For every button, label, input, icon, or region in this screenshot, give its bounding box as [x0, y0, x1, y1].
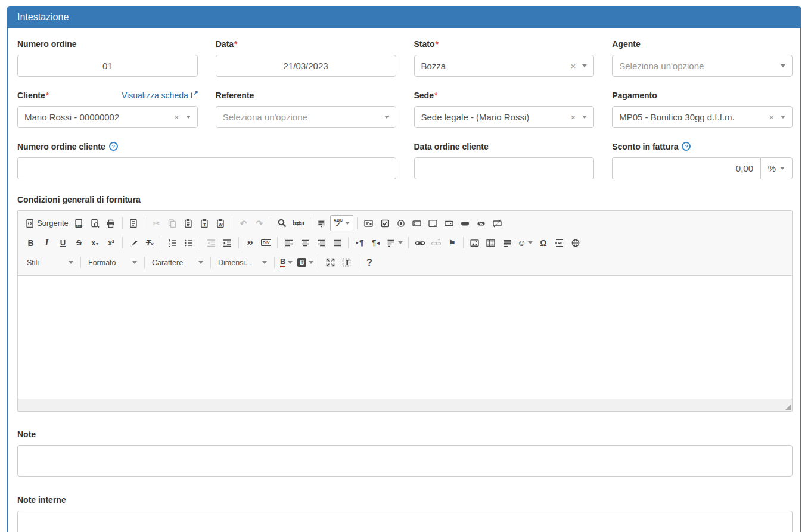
cliente-clear-icon[interactable]: ×: [170, 112, 186, 122]
help-icon[interactable]: ?: [109, 142, 118, 151]
smiley-button[interactable]: ☺: [515, 235, 534, 250]
data-input[interactable]: [216, 55, 396, 77]
source-button[interactable]: Sorgente: [23, 216, 70, 231]
checkbox-button[interactable]: [377, 216, 392, 231]
image-button[interactable]: [467, 235, 482, 250]
paste-button[interactable]: [181, 216, 196, 231]
image-button-button[interactable]: [474, 216, 489, 231]
condizioni-label: Condizioni generali di fornitura: [17, 195, 141, 204]
visualizza-scheda-link[interactable]: Visualizza scheda↗: [122, 91, 198, 100]
data-ordine-cliente-input[interactable]: [414, 157, 595, 179]
copy-formatting-button[interactable]: [126, 235, 141, 250]
print-button[interactable]: [104, 216, 119, 231]
numbered-list-button[interactable]: [165, 235, 180, 250]
select-field-button[interactable]: [442, 216, 456, 231]
numero-ordine-cliente-input[interactable]: [17, 157, 396, 179]
font-combo[interactable]: Carattere: [148, 255, 207, 270]
form-button[interactable]: [361, 216, 376, 231]
maximize-button[interactable]: [323, 255, 338, 270]
anchor-button[interactable]: ⚑: [445, 235, 459, 250]
text-direction-rtl-button[interactable]: ¶◂: [368, 235, 383, 250]
maximize-icon: [325, 257, 335, 267]
page-break-button[interactable]: [552, 235, 567, 250]
replace-button[interactable]: b⇄a: [291, 216, 306, 231]
div-container-button[interactable]: DIV: [259, 235, 274, 250]
numero-ordine-input[interactable]: [17, 55, 198, 77]
superscript-icon: x²: [108, 239, 114, 247]
about-button[interactable]: ?: [362, 255, 377, 270]
align-right-button[interactable]: [313, 235, 328, 250]
agente-select[interactable]: Seleziona un'opzione: [612, 55, 793, 77]
link-button[interactable]: [412, 235, 427, 250]
background-color-button[interactable]: B: [296, 255, 315, 270]
textarea-button[interactable]: [425, 216, 440, 231]
find-button[interactable]: [275, 216, 290, 231]
sede-select[interactable]: Sede legale - (Mario Rossi) ×: [414, 106, 595, 128]
sconto-input[interactable]: [612, 157, 760, 179]
text-field-button[interactable]: [409, 216, 424, 231]
omega-icon: Ω: [540, 239, 546, 247]
radio-button-button[interactable]: [393, 216, 408, 231]
select-all-button[interactable]: [314, 216, 329, 231]
subscript-button[interactable]: x₂: [88, 235, 102, 250]
align-center-button[interactable]: [297, 235, 312, 250]
text-color-button[interactable]: B: [278, 255, 294, 270]
show-blocks-button[interactable]: [339, 255, 354, 270]
cliente-select[interactable]: Mario Rossi - 00000002 ×: [17, 106, 198, 128]
bold-button[interactable]: B: [23, 235, 38, 250]
superscript-button[interactable]: x²: [104, 235, 119, 250]
special-character-button[interactable]: Ω: [536, 235, 551, 250]
horizontal-rule-button[interactable]: [499, 235, 514, 250]
chevron-down-icon: [528, 241, 533, 244]
paste-icon: [184, 219, 193, 228]
note-interne-textarea[interactable]: [17, 511, 793, 532]
numero-ordine-label: Numero ordine: [17, 39, 77, 49]
external-link-icon: ↗: [191, 92, 198, 98]
table-icon: [486, 238, 496, 248]
editor-resize-handle[interactable]: [785, 405, 791, 410]
note-textarea[interactable]: [17, 445, 793, 477]
increase-indent-button[interactable]: [220, 235, 235, 250]
field-note-interne: Note interne: [17, 494, 793, 532]
chevron-down-icon: [582, 116, 587, 119]
export-pdf-button[interactable]: PDF: [72, 216, 86, 231]
font-size-combo[interactable]: Dimensi...: [214, 255, 271, 270]
paste-word-button[interactable]: W: [213, 216, 228, 231]
strikethrough-button[interactable]: S: [72, 235, 86, 250]
stato-select[interactable]: Bozza ×: [414, 55, 595, 77]
pagamento-select[interactable]: MP05 - Bonifico 30gg d.f.f.m. ×: [612, 106, 793, 128]
align-left-button[interactable]: [281, 235, 296, 250]
templates-button[interactable]: [126, 216, 141, 231]
globe-icon: [571, 238, 580, 248]
button-button[interactable]: [458, 216, 473, 231]
editor-content[interactable]: [18, 276, 792, 399]
spellcheck-icon: ABC✓: [334, 218, 343, 228]
text-direction-ltr-button[interactable]: ‣¶: [352, 235, 367, 250]
sconto-unit-select[interactable]: %: [760, 157, 793, 179]
help-icon[interactable]: ?: [682, 142, 691, 151]
field-numero-ordine-cliente: Numero ordine cliente?: [17, 141, 396, 179]
data-label: Data: [216, 39, 234, 49]
referente-select[interactable]: Seleziona un'opzione: [216, 106, 396, 128]
format-combo[interactable]: Formato: [84, 255, 141, 270]
text-direction-ltr-icon: ‣¶: [356, 238, 364, 247]
styles-combo[interactable]: Stili: [23, 255, 77, 270]
iframe-button[interactable]: [568, 235, 583, 250]
justify-button[interactable]: [330, 235, 344, 250]
table-button[interactable]: [483, 235, 498, 250]
stato-clear-icon[interactable]: ×: [567, 61, 582, 71]
preview-button[interactable]: [88, 216, 102, 231]
blockquote-button[interactable]: ”: [243, 235, 257, 250]
bulleted-list-button[interactable]: [181, 235, 196, 250]
sede-clear-icon[interactable]: ×: [567, 112, 582, 122]
remove-format-button[interactable]: T×: [142, 235, 157, 250]
pagamento-clear-icon[interactable]: ×: [765, 112, 781, 122]
spellcheck-button[interactable]: ABC✓: [330, 215, 353, 231]
toolbar-separator: [200, 237, 200, 248]
italic-button[interactable]: I: [39, 235, 54, 250]
hidden-field-button[interactable]: [490, 216, 505, 231]
underline-button[interactable]: U: [55, 235, 70, 250]
font-combo-label: Carattere: [152, 259, 183, 267]
paste-text-button[interactable]: T: [197, 216, 212, 231]
language-button[interactable]: [384, 235, 405, 250]
